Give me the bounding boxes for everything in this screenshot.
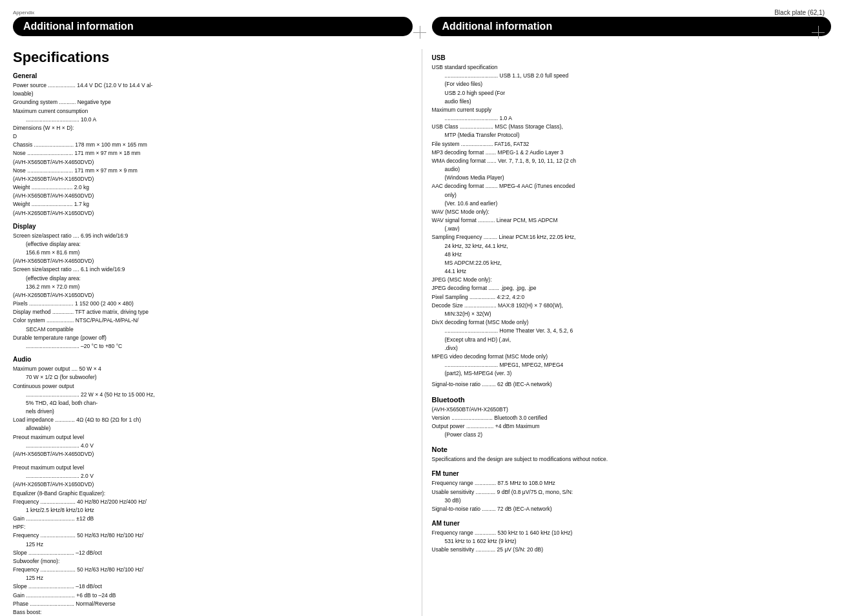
- general-title: General: [13, 72, 412, 79]
- usb-standard: USB standard specification: [432, 63, 832, 72]
- main-title: Specifications: [13, 49, 412, 66]
- top-right-label: Black plate (62,1): [774, 9, 825, 16]
- bluetooth-title: Bluetooth: [432, 396, 832, 404]
- left-section-header: Additional information: [13, 17, 413, 36]
- crosshair-top-center: [413, 26, 426, 39]
- note-title: Note: [432, 446, 832, 453]
- right-column: USB USB standard specification .........…: [422, 49, 832, 616]
- preout-section: Preout maximum output level ............…: [13, 464, 412, 616]
- page-container: Black plate (62,1) Appendix Additional i…: [0, 0, 844, 616]
- audio-specs: Maximum power output .... 50 W × 4 70 W …: [13, 365, 412, 458]
- general-specs: Power source .................. 14.4 V D…: [13, 81, 412, 218]
- preout-specs: Preout maximum output level ............…: [13, 464, 412, 616]
- usb-specs: ................................... USB …: [432, 72, 832, 378]
- note-text: Specifications and the design are subjec…: [432, 455, 832, 464]
- display-title: Display: [13, 223, 412, 230]
- display-specs: Screen size/aspect ratio .... 6.95 inch …: [13, 232, 412, 351]
- crosshair-top-right: [812, 26, 825, 39]
- bluetooth-specs: (AVH-X5650BT/AVH-X2650BT) Version ......…: [432, 406, 832, 440]
- left-header-container: Additional information: [13, 17, 422, 44]
- fm-title: FM tuner: [432, 470, 832, 477]
- am-specs: Frequency range .............. 530 kHz t…: [432, 529, 832, 555]
- fm-specs: Frequency range .............. 87.5 MHz …: [432, 479, 832, 513]
- am-title: AM tuner: [432, 520, 832, 527]
- right-section-header: Additional information: [432, 17, 832, 36]
- snr-usb: Signal-to-noise ratio ......... 62 dB (I…: [432, 380, 832, 389]
- usb-title: USB: [432, 54, 832, 61]
- audio-title: Audio: [13, 356, 412, 363]
- right-header-container: Additional information: [422, 17, 832, 44]
- left-column: Specifications General Power source ....…: [13, 49, 422, 616]
- appendix-label: Appendix: [13, 10, 831, 15]
- main-content: Specifications General Power source ....…: [13, 49, 831, 616]
